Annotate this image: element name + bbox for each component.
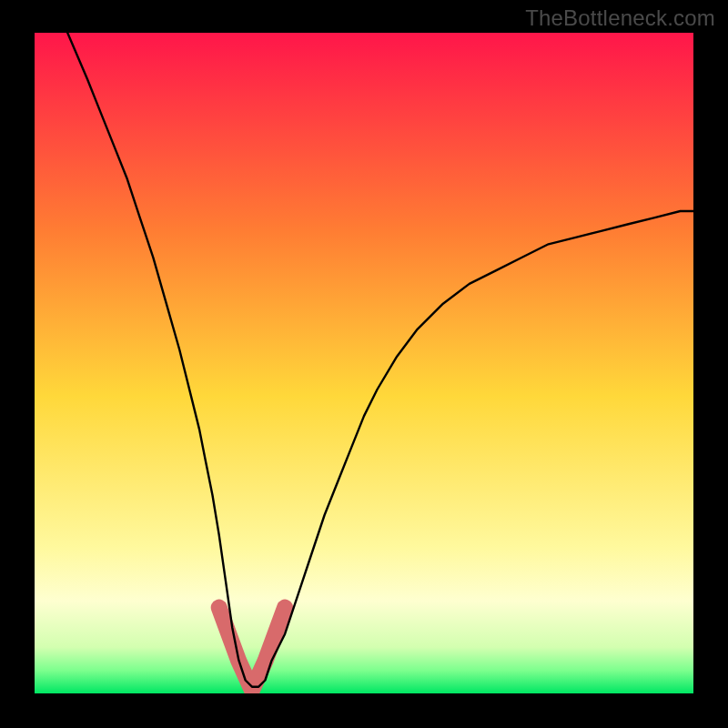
watermark-text: TheBottleneck.com xyxy=(525,5,715,31)
chart-frame: TheBottleneck.com xyxy=(0,0,728,728)
chart-svg xyxy=(35,33,693,693)
gradient-background xyxy=(35,33,693,693)
plot-area xyxy=(35,33,693,693)
